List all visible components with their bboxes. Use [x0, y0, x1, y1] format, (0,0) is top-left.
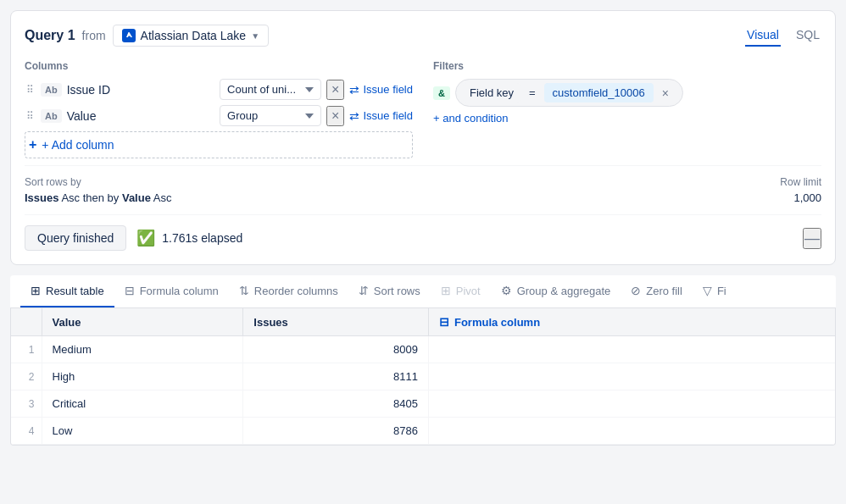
filter-icon: ▽ [703, 284, 712, 297]
table-row: 1 Medium 8009 [11, 336, 835, 363]
tab-formula-column-label: Formula column [140, 285, 219, 297]
tab-sql[interactable]: SQL [794, 25, 821, 47]
col-link-1[interactable]: ⇄ Issue field [349, 83, 413, 97]
col-name-1: Issue ID [67, 83, 214, 97]
formula-col-icon: ⊟ [439, 315, 449, 329]
table-header-row: Value Issues ⊟ Formula column [11, 308, 835, 336]
filters-label: Filters [433, 60, 821, 72]
pivot-icon: ⊞ [441, 284, 451, 297]
add-column-label: + Add column [42, 138, 114, 152]
filter-remove-1[interactable]: × [659, 85, 672, 102]
cell-value-4: Low [42, 418, 243, 445]
cell-issues-4: 8786 [243, 418, 429, 445]
tab-filter-label: Fi [717, 285, 726, 297]
row-num-4: 4 [11, 418, 42, 445]
success-icon: ✅ [136, 229, 155, 247]
tab-zero-fill[interactable]: ⊘ Zero fill [621, 275, 693, 307]
row-limit-label: Row limit [780, 176, 821, 188]
col-aggregation-select-2[interactable]: Group Count Sum [220, 105, 321, 126]
add-condition-label: + and condition [433, 112, 509, 125]
col-link-2[interactable]: ⇄ Issue field [349, 109, 413, 123]
result-tabs-bar: ⊞ Result table ⊟ Formula column ⇅ Reorde… [10, 275, 836, 308]
chevron-down-icon: ▼ [251, 31, 259, 41]
cell-issues-3: 8405 [243, 390, 429, 418]
sort-row-section: Sort rows by Issues Asc then by Value As… [25, 165, 821, 204]
tab-sort-rows-label: Sort rows [374, 285, 420, 297]
table-row: 3 Critical 8405 [11, 390, 835, 418]
cell-formula-2 [428, 363, 835, 390]
sort-rows-info: Sort rows by Issues Asc then by Value As… [25, 176, 171, 204]
tab-zero-fill-label: Zero fill [646, 285, 682, 297]
row-limit-section: Row limit 1,000 [780, 176, 821, 204]
col-remove-1[interactable]: × [326, 80, 344, 100]
add-condition-button[interactable]: + and condition [433, 112, 821, 125]
data-source-button[interactable]: Atlassian Data Lake ▼ [113, 25, 269, 47]
add-column-icon: + [29, 137, 36, 152]
column-row-1: ⠿ Ab Issue ID Count of uni... Count Sum … [25, 79, 413, 100]
cell-formula-3 [428, 390, 835, 418]
minimize-button[interactable]: — [803, 228, 821, 249]
sort-value: Issues Asc then by Value Asc [25, 191, 171, 204]
drag-handle-2[interactable]: ⠿ [25, 108, 36, 124]
cell-value-2: High [42, 363, 243, 390]
drag-handle-1[interactable]: ⠿ [25, 82, 36, 97]
col-link-label-2: Issue field [363, 109, 413, 122]
link-icon-1: ⇄ [349, 83, 359, 97]
th-issues: Issues [243, 308, 429, 336]
col-name-2: Value [67, 109, 214, 123]
view-tabs: Visual SQL [745, 25, 821, 47]
add-column-button[interactable]: + + Add column [25, 131, 413, 158]
filter-and-badge: & [433, 86, 450, 100]
tab-group-aggregate[interactable]: ⚙ Group & aggregate [491, 275, 621, 307]
cell-issues-1: 8009 [243, 336, 429, 363]
group-icon: ⚙ [501, 284, 512, 297]
data-source-label: Atlassian Data Lake [141, 29, 247, 42]
filter-chip-1[interactable]: Field key = customfield_10006 × [455, 79, 683, 107]
tab-pivot-label: Pivot [456, 285, 481, 297]
cell-formula-1 [428, 336, 835, 363]
col-aggregation-select-1[interactable]: Count of uni... Count Sum Group [220, 79, 321, 100]
tab-group-aggregate-label: Group & aggregate [517, 285, 611, 297]
table-row: 2 High 8111 [11, 363, 835, 390]
col-type-2: Ab [41, 109, 62, 123]
query-status-bar: Query finished ✅ 1.761s elapsed — [25, 214, 821, 251]
th-formula: ⊟ Formula column [428, 308, 835, 336]
cell-formula-4 [428, 418, 835, 445]
row-num-1: 1 [11, 336, 42, 363]
th-rownum [11, 308, 42, 336]
columns-label: Columns [25, 60, 413, 72]
tab-reorder-columns[interactable]: ⇅ Reorder columns [229, 275, 348, 307]
row-limit-value: 1,000 [780, 191, 821, 204]
tab-sort-rows[interactable]: ⇵ Sort rows [348, 275, 431, 307]
tab-result-table[interactable]: ⊞ Result table [20, 275, 114, 307]
sort-label: Sort rows by [25, 176, 171, 188]
query-title: Query 1 [25, 28, 75, 43]
filter-row-1: & Field key = customfield_10006 × [433, 79, 821, 107]
filters-section: Filters & Field key = customfield_10006 … [433, 60, 821, 158]
row-num-2: 2 [11, 363, 42, 390]
tab-visual[interactable]: Visual [745, 25, 781, 47]
table-icon: ⊞ [31, 284, 41, 297]
reorder-icon: ⇅ [239, 284, 249, 297]
tab-reorder-columns-label: Reorder columns [254, 285, 338, 297]
result-table-container: Value Issues ⊟ Formula column 1 Medium 8… [10, 308, 836, 446]
query-finished-button[interactable]: Query finished [25, 225, 126, 251]
col-link-label-1: Issue field [363, 83, 413, 96]
tab-formula-column[interactable]: ⊟ Formula column [114, 275, 229, 307]
query-from-label: from [82, 29, 106, 42]
cell-issues-2: 8111 [243, 363, 429, 390]
elapsed-row: ✅ 1.761s elapsed [136, 229, 242, 247]
sort-icon: ⇵ [359, 284, 369, 297]
tab-pivot[interactable]: ⊞ Pivot [431, 275, 491, 307]
row-num-3: 3 [11, 390, 42, 418]
zerofill-icon: ⊘ [631, 284, 641, 297]
filter-field-1: Field key [463, 83, 520, 102]
tab-filter[interactable]: ▽ Fi [693, 275, 737, 307]
col-remove-2[interactable]: × [326, 106, 344, 126]
columns-section: Columns ⠿ Ab Issue ID Count of uni... Co… [25, 60, 413, 158]
cell-value-3: Critical [42, 390, 243, 418]
result-table: Value Issues ⊟ Formula column 1 Medium 8… [11, 308, 835, 445]
formula-icon: ⊟ [125, 284, 135, 297]
tab-result-table-label: Result table [46, 285, 104, 297]
filter-value-1: customfield_10006 [544, 83, 654, 102]
